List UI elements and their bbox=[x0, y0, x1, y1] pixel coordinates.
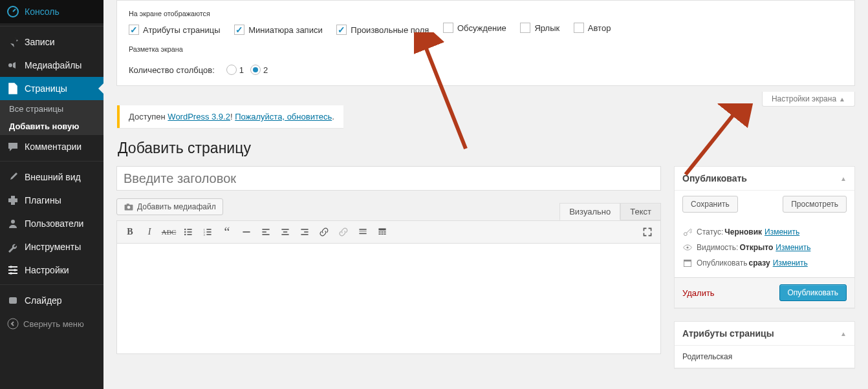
menu-label: Записи bbox=[25, 37, 54, 47]
checkbox-page-attributes[interactable]: Атрибуты страницы bbox=[129, 25, 221, 35]
title-input[interactable] bbox=[116, 166, 661, 191]
svg-rect-27 bbox=[281, 229, 288, 230]
menu-label: Слайдер bbox=[25, 295, 62, 306]
menu-media[interactable]: Медиафайлы bbox=[0, 54, 103, 77]
tb-quote-icon[interactable]: “ bbox=[218, 224, 236, 240]
tb-align-center-icon[interactable] bbox=[276, 224, 294, 240]
svg-rect-32 bbox=[301, 234, 308, 235]
pages-submenu: Все страницы Добавить новую bbox=[0, 100, 103, 135]
menu-label: Медиафайлы bbox=[25, 60, 81, 70]
checkbox-custom-fields[interactable]: Произвольные поля bbox=[336, 25, 429, 35]
radio-columns-1[interactable] bbox=[226, 65, 237, 75]
screen-options-tab[interactable]: Настройки экрана▲ bbox=[762, 92, 855, 107]
edit-schedule-link[interactable]: Изменить bbox=[773, 258, 808, 268]
menu-posts[interactable]: Записи bbox=[0, 30, 103, 54]
checkbox-icon bbox=[336, 25, 347, 35]
svg-rect-34 bbox=[359, 231, 366, 231]
checkbox-author[interactable]: Автор bbox=[574, 23, 611, 33]
update-please-link[interactable]: Пожалуйста, обновитесь bbox=[235, 112, 332, 121]
menu-dashboard[interactable]: Консоль bbox=[0, 0, 103, 23]
tb-fullscreen-icon[interactable] bbox=[638, 224, 656, 240]
svg-rect-42 bbox=[384, 233, 385, 235]
submenu-all-pages[interactable]: Все страницы bbox=[0, 100, 103, 118]
collapse-menu[interactable]: Свернуть меню bbox=[0, 312, 103, 335]
publish-box: Опубликовать▲ Сохранить Просмотреть Стат… bbox=[674, 166, 855, 308]
menu-label: Страницы bbox=[25, 83, 67, 94]
svg-rect-12 bbox=[187, 229, 191, 230]
user-icon bbox=[6, 217, 19, 230]
edit-status-link[interactable]: Изменить bbox=[765, 227, 799, 237]
tb-link-icon[interactable] bbox=[315, 224, 333, 240]
editor-tab-text[interactable]: Текст bbox=[620, 203, 661, 220]
save-draft-button[interactable]: Сохранить bbox=[682, 196, 738, 213]
menu-label: Консоль bbox=[25, 6, 60, 17]
edit-visibility-link[interactable]: Изменить bbox=[776, 243, 810, 252]
preview-button[interactable]: Просмотреть bbox=[783, 196, 847, 213]
checkbox-slug[interactable]: Ярлык bbox=[520, 23, 559, 33]
editor: B I ABC 123 “ bbox=[116, 220, 661, 354]
radio-columns-2[interactable] bbox=[250, 65, 261, 75]
menu-separator bbox=[0, 158, 103, 162]
menu-tools[interactable]: Инструменты bbox=[0, 235, 103, 258]
tb-toolbar-toggle-icon[interactable] bbox=[373, 224, 391, 240]
attributes-box-header[interactable]: Атрибуты страницы▲ bbox=[675, 322, 854, 346]
menu-appearance[interactable]: Внешний вид bbox=[0, 165, 103, 189]
page-attributes-box: Атрибуты страницы▲ Родительская bbox=[674, 321, 855, 368]
editor-tab-visual[interactable]: Визуально bbox=[559, 203, 620, 220]
generic-icon bbox=[6, 294, 19, 307]
svg-point-44 bbox=[686, 246, 688, 248]
eye-icon bbox=[682, 242, 693, 253]
tb-italic-icon[interactable]: I bbox=[140, 224, 158, 240]
tb-align-right-icon[interactable] bbox=[296, 224, 314, 240]
tb-bullet-list-icon[interactable] bbox=[179, 224, 197, 240]
tb-align-left-icon[interactable] bbox=[257, 224, 275, 240]
svg-rect-31 bbox=[304, 231, 308, 233]
menu-label: Комментарии bbox=[25, 142, 81, 152]
page-title: Добавить страницу bbox=[118, 140, 868, 157]
admin-sidebar: Консоль Записи Медиафайлы Страницы Все с… bbox=[0, 0, 103, 389]
plugin-icon bbox=[6, 194, 19, 207]
menu-slider[interactable]: Слайдер bbox=[0, 289, 103, 312]
svg-rect-16 bbox=[187, 234, 191, 235]
svg-rect-24 bbox=[262, 229, 269, 230]
svg-point-7 bbox=[8, 319, 18, 329]
svg-point-15 bbox=[184, 234, 186, 235]
brush-icon bbox=[6, 171, 19, 184]
tb-bold-icon[interactable]: B bbox=[121, 224, 139, 240]
menu-settings[interactable]: Настройки bbox=[0, 258, 103, 282]
menu-comments[interactable]: Комментарии bbox=[0, 135, 103, 158]
menu-label: Инструменты bbox=[25, 242, 81, 252]
delete-link[interactable]: Удалить bbox=[682, 288, 715, 298]
menu-label: Пользователи bbox=[25, 218, 83, 229]
svg-rect-39 bbox=[384, 231, 385, 233]
update-version-link[interactable]: WordPress 3.9.2 bbox=[168, 112, 230, 121]
svg-rect-14 bbox=[187, 231, 191, 233]
svg-rect-38 bbox=[381, 231, 383, 233]
add-media-button[interactable]: Добавить медиафайл bbox=[116, 198, 223, 215]
checkbox-discussion[interactable]: Обсуждение bbox=[443, 23, 506, 33]
calendar-icon bbox=[682, 258, 693, 268]
submenu-add-new[interactable]: Добавить новую bbox=[0, 118, 103, 135]
tb-strike-icon[interactable]: ABC bbox=[160, 224, 178, 240]
publish-button[interactable]: Опубликовать bbox=[779, 284, 847, 301]
tb-more-icon[interactable] bbox=[354, 224, 372, 240]
pin-icon bbox=[6, 36, 19, 48]
svg-rect-6 bbox=[9, 297, 17, 304]
svg-point-1 bbox=[8, 63, 12, 67]
sliders-icon bbox=[6, 264, 19, 277]
tb-number-list-icon[interactable]: 123 bbox=[199, 224, 217, 240]
tb-hr-icon[interactable] bbox=[237, 224, 255, 240]
menu-pages[interactable]: Страницы bbox=[0, 77, 103, 100]
editor-content[interactable] bbox=[117, 244, 660, 353]
checkbox-featured-image[interactable]: Миниатюра записи bbox=[234, 25, 323, 35]
svg-rect-35 bbox=[359, 233, 366, 235]
publish-box-header[interactable]: Опубликовать▲ bbox=[675, 167, 854, 191]
tb-unlink-icon[interactable] bbox=[334, 224, 353, 240]
svg-point-3 bbox=[10, 266, 12, 268]
menu-plugins[interactable]: Плагины bbox=[0, 189, 103, 212]
svg-text:3: 3 bbox=[204, 233, 206, 237]
menu-separator bbox=[0, 282, 103, 285]
svg-rect-10 bbox=[127, 204, 129, 205]
menu-users[interactable]: Пользователи bbox=[0, 212, 103, 235]
svg-rect-20 bbox=[206, 231, 211, 233]
